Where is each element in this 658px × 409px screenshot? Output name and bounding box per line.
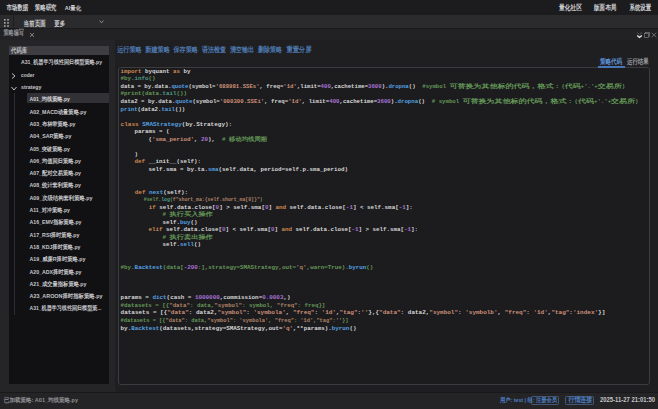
svg-text:'1d': '1d' <box>288 98 302 105</box>
svg-text:A06_均值回归策略.py: A06_均值回归策略.py <box>30 157 82 165</box>
svg-text:策略研究: 策略研究 <box>34 3 57 12</box>
svg-text:<: < <box>360 204 364 211</box>
svg-text:A20_ADX择时策略.py: A20_ADX择时策略.py <box>30 268 83 276</box>
svg-text:data2: data2 <box>121 98 139 105</box>
svg-text:-200: -200 <box>184 264 199 271</box>
svg-text::: : <box>242 302 245 309</box>
svg-text:sma: sma <box>208 166 219 173</box>
svg-text:(data2.: (data2. <box>138 106 162 113</box>
svg-text:if: if <box>149 204 157 211</box>
svg-text:A11_对冲策略.py: A11_对冲策略.py <box>30 206 71 214</box>
svg-text:>: > <box>366 226 370 233</box>
svg-text:class: class <box>121 121 140 128</box>
svg-text:'index': 'index' <box>573 309 598 316</box>
svg-text:"freq": "freq" <box>505 309 527 316</box>
svg-text:def: def <box>135 189 146 196</box>
svg-text:quote: quote <box>171 83 188 90</box>
svg-text:=: = <box>145 294 149 301</box>
svg-text:Backtest: Backtest <box>135 264 163 271</box>
svg-text:系统设置: 系统设置 <box>629 3 652 12</box>
svg-text:A31_机器学习线性回归模型策略.py: A31_机器学习线性回归模型策略.py <box>21 58 103 66</box>
svg-text:'688981.SSEs': '688981.SSEs' <box>216 83 260 90</box>
svg-text:版面布局: 版面布局 <box>593 3 616 12</box>
svg-text:(): () <box>194 241 201 248</box>
svg-text:(): () <box>349 325 356 332</box>
svg-text:]: ] <box>275 226 279 233</box>
svg-text:data2,: data2, <box>196 309 218 316</box>
svg-text:当前页面: 当前页面 <box>23 19 46 28</box>
svg-text:(by.Strategy):: (by.Strategy): <box>182 121 232 128</box>
svg-text:"symbol": "symbol" <box>214 302 242 309</box>
svg-text:"data": "data" <box>379 309 401 316</box>
svg-text:清空输出: 清空输出 <box>229 45 254 54</box>
svg-text:,warn=True).: ,warn=True). <box>307 264 349 271</box>
svg-text:params: params <box>121 294 143 301</box>
svg-text:dict: dict <box>152 294 166 301</box>
svg-text:by.data.: by.data. <box>144 83 171 90</box>
svg-text:(symbol=: (symbol= <box>192 98 220 105</box>
svg-text:A05_突破策略.py: A05_突破策略.py <box>30 145 71 153</box>
svg-text:,: , <box>286 309 290 316</box>
svg-text:print: print <box>121 106 138 113</box>
svg-text:by: by <box>184 68 192 75</box>
svg-text:freq=: freq= <box>266 83 283 90</box>
svg-text:=: = <box>159 128 163 135</box>
svg-text:,: , <box>498 309 502 316</box>
svg-text:已加载策略: A01_均线策略.py: 已加载策略: A01_均线策略.py <box>4 396 79 404</box>
svg-text:(self):: (self): <box>163 189 188 196</box>
svg-text:=: = <box>141 98 145 105</box>
svg-text:def: def <box>135 158 146 165</box>
svg-text:=: = <box>180 166 184 173</box>
svg-text:,limit=: ,limit= <box>297 83 321 90</box>
svg-text:self.sma[: self.sma[ <box>233 204 265 211</box>
svg-text:A21_成交量指标策略.py: A21_成交量指标策略.py <box>30 280 88 288</box>
svg-text::: : <box>298 302 301 309</box>
svg-text:#symbol: #symbol <box>422 83 446 90</box>
svg-text:period=self.p.sma_period): period=self.p.sma_period) <box>261 166 349 173</box>
svg-text:用户: test | 组: 注册会员: 用户: test | 组: 注册会员 <box>499 396 558 404</box>
svg-text:).: ). <box>382 83 389 90</box>
svg-text:=: = <box>153 309 157 316</box>
svg-text:#datasets: #datasets <box>121 317 150 324</box>
svg-text:]: ] <box>359 226 363 233</box>
svg-text:coder: coder <box>21 72 35 78</box>
svg-text:data: data <box>121 83 135 90</box>
svg-text:'symbola': 'symbola' <box>253 309 285 316</box>
svg-text:,: , <box>268 317 271 324</box>
svg-text:#print(data.: #print(data. <box>121 90 163 97</box>
svg-text:A08_统计套利策略.py: A08_统计套利策略.py <box>30 181 82 189</box>
svg-text:A18_KDJ择时策略.py: A18_KDJ择时策略.py <box>30 243 82 251</box>
svg-text:保存策略: 保存策略 <box>173 45 199 54</box>
svg-text:"freq": "freq" <box>293 309 315 316</box>
svg-text:'sma_period': 'sma_period' <box>152 136 194 143</box>
svg-text:byrun: byrun <box>349 264 367 271</box>
svg-text:byrun: byrun <box>332 325 350 332</box>
svg-text:self.data.close[: self.data.close[ <box>166 226 222 233</box>
svg-text:3600: 3600 <box>368 83 382 90</box>
svg-text::],strategy=SMAStrategy,out=: :],strategy=SMAStrategy,out= <box>198 264 297 271</box>
svg-text:[{: [{ <box>160 309 167 316</box>
svg-text:A02_MACD动量策略.py: A02_MACD动量策略.py <box>30 108 88 116</box>
svg-text:,cachetime=: ,cachetime= <box>339 98 377 105</box>
svg-text:}]: }] <box>598 309 605 316</box>
svg-text:'q': 'q' <box>283 325 294 332</box>
svg-text:): ) <box>622 83 625 90</box>
svg-text:]: ] <box>268 204 272 211</box>
svg-text:=: = <box>188 294 192 301</box>
svg-text:tail: tail <box>163 90 178 97</box>
svg-text:'symbola': 'symbola' <box>239 317 268 324</box>
svg-text:A03_布林带策略.py: A03_布林带策略.py <box>30 120 77 128</box>
svg-text:'1d': '1d' <box>300 317 313 324</box>
svg-text::: : <box>185 317 188 324</box>
svg-text:=: = <box>153 317 157 324</box>
svg-text:"symbol": "symbol" <box>207 317 233 324</box>
svg-text:重置分屏: 重置分屏 <box>286 45 312 54</box>
svg-text::: : <box>246 309 250 316</box>
svg-text:self.sma[: self.sma[ <box>373 226 405 233</box>
svg-text:A31_机器学习线性回归模型策...: A31_机器学习线性回归模型策... <box>30 304 102 312</box>
svg-text::: : <box>458 309 462 316</box>
svg-text:,: , <box>264 98 267 105</box>
svg-text::: : <box>189 309 193 316</box>
svg-text:=: = <box>155 302 159 309</box>
svg-text:(): () <box>418 98 425 105</box>
